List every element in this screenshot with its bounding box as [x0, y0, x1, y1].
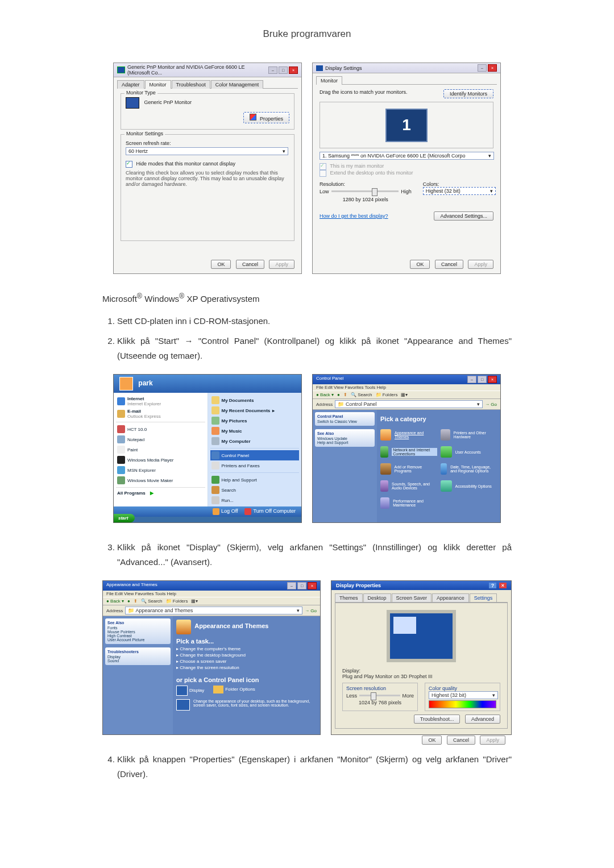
apply-button[interactable]: Apply [480, 736, 505, 745]
troubleshoot-button[interactable]: Troubleshoot... [414, 715, 460, 724]
tab-troubleshoot[interactable]: Troubleshoot [172, 80, 210, 89]
resolution-slider[interactable] [359, 695, 400, 696]
my-music-item[interactable]: My Music [210, 426, 300, 436]
sidebar-link[interactable]: Fonts [107, 626, 168, 630]
printers-item[interactable]: Printers and Faxes [210, 460, 300, 471]
tab-screensaver[interactable]: Screen Saver [392, 593, 432, 602]
close-icon[interactable]: × [499, 583, 507, 588]
search-button[interactable]: 🔍 Search [351, 392, 372, 397]
sidebar-link[interactable]: High Contrast [107, 634, 168, 638]
sidebar-link[interactable]: User Account Picture [107, 638, 168, 642]
advanced-button[interactable]: Advanced [465, 715, 500, 724]
advanced-settings-button[interactable]: Advanced Settings... [434, 211, 493, 221]
my-computer-item[interactable]: My Computer [210, 436, 300, 446]
menu-bar[interactable]: File Edit View Favorites Tools Help [103, 591, 320, 597]
start-button[interactable]: start [114, 514, 135, 522]
sidebar-link[interactable]: Mouse Pointers [107, 630, 168, 634]
program-item[interactable]: MSN Explorer [116, 465, 205, 475]
email-item[interactable]: E-mailOutlook Express [116, 408, 205, 420]
refresh-rate-select[interactable]: 60 Hertz ▾ [126, 147, 288, 155]
apply-button[interactable]: Apply [468, 260, 493, 269]
cancel-button[interactable]: Cancel [236, 260, 264, 269]
sidebar-link[interactable]: Help and Support [317, 441, 372, 445]
forward-button[interactable]: ● [127, 599, 130, 604]
recent-documents-item[interactable]: My Recent Documents ▸ [210, 405, 300, 416]
go-button[interactable]: → Go [485, 402, 497, 407]
category-date-time[interactable]: Date, Time, Language, and Regional Optio… [441, 463, 497, 475]
folder-options-item[interactable]: Folder Options [213, 686, 255, 696]
back-button[interactable]: ● Back ▾ [316, 392, 334, 397]
minimize-icon[interactable]: – [268, 67, 277, 74]
hide-modes-checkbox[interactable] [126, 161, 132, 168]
task-link[interactable]: ▸ Change the computer's theme [176, 646, 317, 652]
switch-classic-link[interactable]: Switch to Classic View [317, 420, 372, 423]
display-icon-item[interactable]: Display [176, 686, 204, 696]
program-item[interactable]: Notepad [116, 434, 205, 445]
help-item[interactable]: Help and Support [210, 475, 300, 485]
tab-appearance[interactable]: Appearance [432, 593, 469, 602]
sidebar-link[interactable]: Sound [107, 659, 168, 663]
color-quality-select[interactable]: Highest (32 bit)▾ [429, 691, 498, 699]
close-icon[interactable]: × [488, 376, 497, 383]
go-button[interactable]: → Go [305, 608, 317, 613]
internet-item[interactable]: InternetInternet Explorer [116, 395, 205, 408]
ok-button[interactable]: OK [422, 736, 442, 745]
sidebar-link[interactable]: Windows Update [317, 437, 372, 441]
views-icon[interactable]: ▦▾ [191, 599, 198, 604]
monitor-thumbnail-1[interactable]: 1 [385, 109, 428, 142]
logoff-button[interactable]: Log Off [213, 508, 238, 515]
address-input[interactable]: 📁 Control Panel▾ [335, 400, 483, 408]
maximize-icon[interactable]: □ [478, 376, 487, 383]
program-item[interactable]: HCT 10.0 [116, 424, 205, 434]
tab-monitor[interactable]: Monitor [316, 76, 342, 85]
program-item[interactable]: Windows Movie Maker [116, 475, 205, 485]
forward-button[interactable]: ● [337, 392, 340, 397]
control-panel-item[interactable]: Control Panel [210, 450, 300, 460]
address-input[interactable]: 📁 Appearance and Themes▾ [125, 607, 302, 614]
category-printers[interactable]: Printers and Other Hardware [441, 429, 497, 441]
minimize-icon[interactable]: – [478, 64, 487, 72]
back-button[interactable]: ● Back ▾ [106, 599, 124, 604]
close-icon[interactable]: × [289, 67, 298, 74]
category-network[interactable]: Network and Internet Connections [380, 446, 437, 458]
tab-adapter[interactable]: Adapter [117, 80, 144, 89]
sidebar-link[interactable]: Display [107, 655, 168, 659]
views-icon[interactable]: ▦▾ [401, 392, 408, 397]
category-appearance[interactable]: Appearance and Themes [380, 429, 437, 441]
maximize-icon[interactable]: □ [297, 582, 306, 589]
up-icon[interactable]: ⬆ [343, 392, 347, 397]
task-link[interactable]: ▸ Change the screen resolution [176, 665, 317, 671]
all-programs-item[interactable]: All Programs ▶ [116, 489, 205, 497]
folders-button[interactable]: 📁 Folders [376, 392, 398, 397]
menu-bar[interactable]: File Edit View Favorites Tools Help [313, 384, 500, 391]
task-link[interactable]: ▸ Choose a screen saver [176, 658, 317, 665]
tab-themes[interactable]: Themes [335, 593, 363, 602]
best-display-link[interactable]: How do I get the best display? [320, 213, 388, 219]
my-documents-item[interactable]: My Documents [210, 395, 300, 405]
run-item[interactable]: Run... [210, 495, 300, 505]
colors-select[interactable]: Highest (32 bit) ▾ [423, 187, 496, 195]
close-icon[interactable]: × [488, 64, 497, 72]
folders-button[interactable]: 📁 Folders [166, 599, 188, 604]
resolution-slider[interactable] [331, 190, 399, 192]
cancel-button[interactable]: Cancel [447, 736, 475, 745]
shutdown-button[interactable]: Turn Off Computer [244, 508, 296, 515]
category-performance[interactable]: Performance and Maintenance [380, 497, 437, 509]
search-button[interactable]: 🔍 Search [141, 599, 163, 604]
cancel-button[interactable]: Cancel [435, 260, 463, 269]
category-sounds[interactable]: Sounds, Speech, and Audio Devices [380, 480, 437, 492]
category-accessibility[interactable]: Accessibility Options [441, 480, 497, 492]
program-item[interactable]: Windows Media Player [116, 455, 205, 465]
up-icon[interactable]: ⬆ [134, 599, 138, 604]
tab-color-management[interactable]: Color Management [211, 80, 264, 89]
tab-settings[interactable]: Settings [470, 593, 497, 602]
program-item[interactable]: Paint [116, 445, 205, 455]
tab-monitor[interactable]: Monitor [145, 80, 171, 89]
ok-button[interactable]: OK [211, 260, 231, 269]
minimize-icon[interactable]: – [287, 582, 296, 589]
close-icon[interactable]: × [308, 582, 317, 589]
ok-button[interactable]: OK [410, 260, 430, 269]
category-add-remove[interactable]: Add or Remove Programs [380, 463, 437, 475]
display-device-select[interactable]: 1. Samsung **** on NVIDIA GeForce 6600 L… [320, 152, 494, 160]
maximize-icon[interactable]: □ [279, 67, 288, 74]
